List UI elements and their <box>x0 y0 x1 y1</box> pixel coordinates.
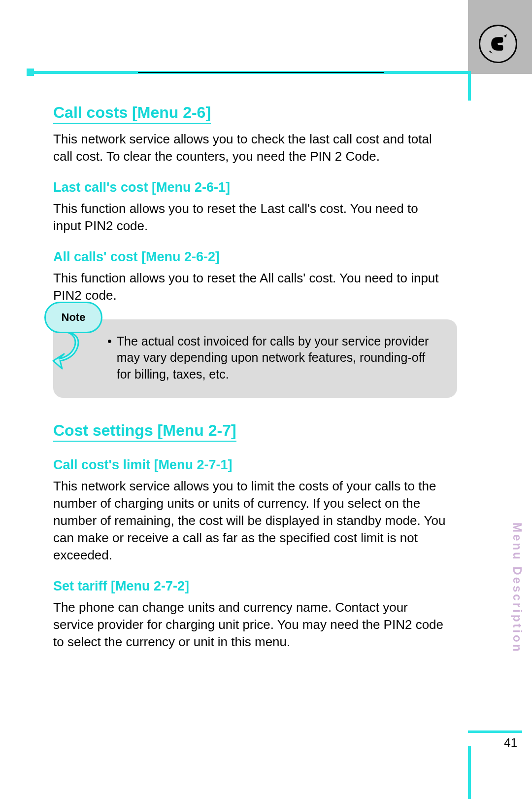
bullet-icon: • <box>107 333 112 383</box>
bottom-rule-vert <box>468 746 471 799</box>
heading-call-costs: Call costs [Menu 2-6] <box>53 104 211 124</box>
page-number-area: 41 <box>468 730 522 750</box>
page: Call costs [Menu 2-6] This network servi… <box>0 0 532 799</box>
body-call-cost-limit: This network service allows you to limit… <box>53 478 447 564</box>
body-all-calls-cost: This function allows you to reset the Al… <box>53 270 447 304</box>
subsection-last-call-cost: Last call's cost [Menu 2-6-1] This funct… <box>53 180 457 235</box>
content-area: Call costs [Menu 2-6] This network servi… <box>53 104 457 666</box>
note-callout: • The actual cost invoiced for calls by … <box>53 319 457 398</box>
subsection-set-tariff: Set tariff [Menu 2-7-2] The phone can ch… <box>53 579 457 651</box>
section-call-costs: Call costs [Menu 2-6] This network servi… <box>53 104 457 398</box>
heading-call-cost-limit: Call cost's limit [Menu 2-7-1] <box>53 457 457 473</box>
note-box: • The actual cost invoiced for calls by … <box>53 319 457 398</box>
subsection-all-calls-cost: All calls' cost [Menu 2-6-2] This functi… <box>53 249 457 304</box>
subsection-call-cost-limit: Call cost's limit [Menu 2-7-1] This netw… <box>53 457 457 564</box>
heading-last-call-cost: Last call's cost [Menu 2-6-1] <box>53 180 457 195</box>
heading-cost-settings: Cost settings [Menu 2-7] <box>53 421 236 442</box>
body-set-tariff: The phone can change units and currency … <box>53 599 447 651</box>
page-number-bar <box>468 730 522 733</box>
note-text: The actual cost invoiced for calls by yo… <box>117 333 442 383</box>
note-label: Note <box>44 302 102 333</box>
note-arrow-icon <box>52 332 82 374</box>
phone-handset-icon <box>479 25 517 63</box>
body-call-costs: This network service allows you to check… <box>53 131 447 165</box>
section-cost-settings: Cost settings [Menu 2-7] Call cost's lim… <box>53 421 457 651</box>
heading-set-tariff: Set tariff [Menu 2-7-2] <box>53 579 457 594</box>
side-label: Menu Description <box>510 522 524 653</box>
heading-all-calls-cost: All calls' cost [Menu 2-6-2] <box>53 249 457 265</box>
top-rule-vert <box>468 71 471 101</box>
body-last-call-cost: This function allows you to reset the La… <box>53 200 447 235</box>
page-number: 41 <box>504 736 522 750</box>
top-rule-black <box>138 72 384 73</box>
